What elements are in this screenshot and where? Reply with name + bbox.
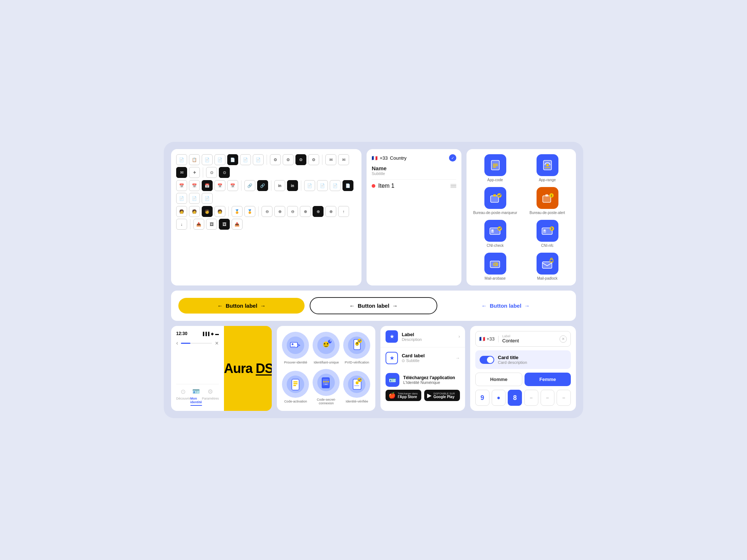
li-1[interactable]: in [274,180,285,191]
num-dash-2[interactable]: – [541,390,555,406]
arr-3[interactable]: ⊖ [287,206,298,217]
svg-point-51 [323,381,325,382]
illustrations-panel: Prouver-identité Identifiant-unique [277,326,375,411]
cni-nfc-box [537,220,558,242]
country-selector[interactable]: 🇫🇷 +33 Country [372,155,407,161]
arr-filled[interactable]: ⊕ [313,206,324,217]
list-desc-2: ⊙ Subtitle [402,358,452,363]
file-icon-3[interactable]: 📄 [202,154,213,165]
li-filled[interactable]: in [287,180,298,191]
toggle-switch[interactable] [480,356,494,364]
btn-text[interactable]: ← Button label → [442,298,569,314]
file-icon-4[interactable]: 📄 [214,154,225,165]
num-dash-3[interactable]: – [557,390,571,406]
inbox-3[interactable]: 📥 [232,219,243,230]
arr-4[interactable]: ⊕ [300,206,311,217]
sep4 [241,180,241,191]
doc2-6[interactable]: 📄 [202,193,213,204]
menu-icon[interactable] [450,184,456,188]
doc2-filled[interactable]: 📄 [342,180,353,191]
person-3[interactable]: 🧑 [214,206,225,217]
inbox-1[interactable]: 📥 [193,219,204,230]
doc2-3[interactable]: 📄 [330,180,341,191]
tab-identite[interactable]: 🪪 Mon identité [190,388,202,406]
file-icon[interactable]: 📄 [176,154,187,165]
num-dot[interactable]: • [492,390,506,406]
ai-app-code[interactable]: App-code [472,154,519,182]
svg-rect-2 [493,165,498,166]
doc2-1[interactable]: 📄 [304,180,315,191]
ai-app-range[interactable]: App-range [524,154,571,182]
ai-mail-arobase[interactable]: Mail-arobase [472,253,519,280]
gear-3[interactable]: ⚙ [308,154,319,165]
ai-bureau-alert[interactable]: ! Bureau-de-poste-alert [524,187,571,215]
doc2-5[interactable]: 📄 [189,193,200,204]
doc2-4[interactable]: 📄 [176,193,187,204]
list-item-2[interactable]: ★ Card label ⊙ Subtitle → [380,347,465,369]
person-2[interactable]: 🧑 [189,206,200,217]
btn1-left-arrow: ← [217,303,223,309]
phone-input[interactable]: 🇫🇷 +33 Label Content ✕ [475,331,571,347]
btn-yellow[interactable]: ← Button label → [178,298,305,314]
gender-femme[interactable]: Femme [525,373,571,386]
doc2-2[interactable]: 📄 [317,180,328,191]
person-filled[interactable]: 🧑 [202,206,213,217]
parametres-icon: ⚙ [208,388,213,396]
medal-1[interactable]: 🏅 [232,206,243,217]
num-dash-1[interactable]: – [524,390,538,406]
gear-1[interactable]: ⚙ [270,154,281,165]
mail-filled[interactable]: ✉ [176,167,187,178]
tab-parametres[interactable]: ⚙ Paramètres [202,388,219,406]
google-play-btn[interactable]: ▶ DISPONIBLE SUR Google Play [424,390,460,401]
num-9[interactable]: 9 [475,390,489,406]
arr-6[interactable]: ↑ [338,206,349,217]
shield-filled[interactable]: ⊙ [219,167,230,178]
svg-rect-3 [493,167,496,168]
cal-3[interactable]: 📅 [214,180,225,191]
ai-bureau-marqueur[interactable]: Bureau-de-poste-marqueur [472,187,519,215]
svg-rect-7 [491,196,499,202]
item-left: Item 1 [372,183,394,189]
mail-1[interactable]: ✉ [325,154,336,165]
sep6 [301,180,301,191]
back-chevron[interactable]: ‹ [176,340,178,346]
list-item-1[interactable]: ★ Label Description › [380,326,465,347]
cal-4[interactable]: 📅 [227,180,238,191]
ai-cni-check[interactable]: CNI-check [472,220,519,248]
file-icon-5[interactable]: 📄 [240,154,251,165]
cal-2[interactable]: 📅 [189,180,200,191]
tab-decouvrir[interactable]: ⊙ Découvrir [176,388,190,406]
ph-clear-btn[interactable]: ✕ [560,335,567,343]
arr-2[interactable]: ⊕ [274,206,285,217]
gear-filled[interactable]: ⚙ [295,154,306,165]
file-icon-6[interactable]: 📄 [253,154,264,165]
btn-outline[interactable]: ← Button label → [310,297,437,314]
shield-1[interactable]: ⊙ [206,167,217,178]
cal-1[interactable]: 📅 [176,180,187,191]
medal-2[interactable]: 🏅 [244,206,255,217]
close-x[interactable]: ✕ [215,341,219,346]
file-icon-filled[interactable]: 📄 [227,154,238,165]
cal-filled[interactable]: 📅 [202,180,213,191]
arr-5[interactable]: ⊕ [325,206,336,217]
app-code-box [484,154,506,176]
link-filled[interactable]: 🔗 [257,180,268,191]
arr-1[interactable]: ⊖ [262,206,272,217]
ai-cni-nfc[interactable]: CNI-nfc [524,220,571,248]
mail-3[interactable]: ✈ [189,167,200,178]
inbox-filled[interactable]: 🖼 [219,219,230,230]
arrow-right-1: › [458,334,460,339]
person-1[interactable]: 🧑 [176,206,187,217]
gender-homme[interactable]: Homme [475,373,522,386]
link-1[interactable]: 🔗 [244,180,255,191]
num-8[interactable]: 8 [508,390,522,406]
ai-mail-padlock[interactable]: Mail-padlock [524,253,571,280]
mail-2[interactable]: ✉ [338,154,349,165]
inbox-2[interactable]: 🖼 [206,219,217,230]
signal-icon: ▐▐▐ [202,332,209,336]
gear-2[interactable]: ⚙ [283,154,294,165]
app-store-btn[interactable]: 🍎 Télécharger dans l'App Store [386,390,421,401]
file-icon-2[interactable]: 📋 [189,154,200,165]
il-code-act-lbl: Code-activation [284,400,307,403]
arr-7[interactable]: ↓ [176,219,187,230]
